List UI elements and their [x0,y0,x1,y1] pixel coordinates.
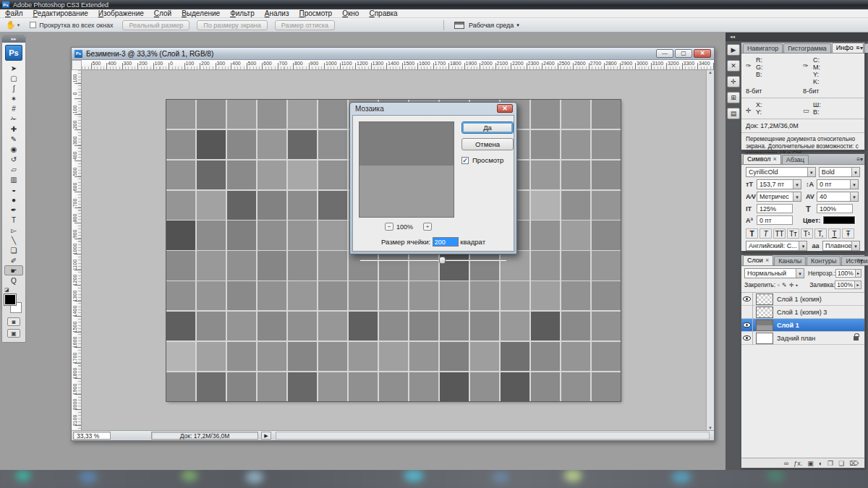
layer-visibility-toggle[interactable] [741,332,753,345]
crop-tool[interactable]: # [4,103,23,114]
delete-layer-icon[interactable]: ⌦ [849,460,859,467]
history-brush-tool[interactable]: ↺ [4,154,23,164]
subscript-button[interactable]: T, [814,228,827,239]
magic-wand-tool[interactable]: ✶ [4,93,23,103]
opacity-field[interactable]: 100% [835,269,856,278]
scroll-all-windows-checkbox[interactable] [30,22,36,28]
layer-visibility-toggle[interactable] [741,306,753,319]
panel-menu-icon[interactable]: ≡▾ [856,45,863,51]
clone-stamp-tool[interactable]: ◉ [4,144,23,154]
tab-close-icon[interactable]: × [765,257,769,264]
toolbox-collapse-handle[interactable]: ▸▸ [2,35,25,43]
clone-source-panel-icon[interactable]: ⊞ [727,92,740,103]
underline-button[interactable]: T [828,228,841,239]
dialog-close-button[interactable]: ✕ [497,104,513,113]
vertical-scale-field[interactable]: 125% [757,204,793,213]
zoom-out-button[interactable]: − [385,223,393,231]
ok-button[interactable]: Да [461,121,514,134]
layer-visibility-toggle[interactable] [741,319,753,332]
dock-collapse-handle[interactable]: ◂◂ [726,33,868,41]
menu-filter[interactable]: Фильтр [225,9,260,18]
info-bitdepth-left[interactable]: 8-бит [746,87,803,95]
ruler-origin-box[interactable] [72,60,82,70]
vertical-scrollbar[interactable]: ▲▼ [706,70,714,430]
lock-position-icon[interactable]: ✛ [789,282,794,288]
line-tool[interactable]: ╲ [4,235,23,245]
fill-arrow[interactable]: ▸ [855,281,861,289]
menu-image[interactable]: Изображение [93,9,149,18]
tab-channels[interactable]: Каналы [774,256,806,265]
menu-file[interactable]: Файл [0,9,28,18]
preview-checkbox[interactable]: ✓ [461,157,469,164]
adjustment-layer-icon[interactable]: ◐ [819,460,822,467]
tab-navigator[interactable]: Навигатор [743,43,783,53]
layer-row[interactable]: Слой 1 [741,319,864,332]
layer-mask-icon[interactable]: ▣ [807,460,814,467]
document-maximize-button[interactable]: ▢ [675,49,692,58]
screen-mode-button[interactable]: ▣ [7,329,20,338]
eraser-tool[interactable]: ▱ [4,164,23,174]
zoom-tool[interactable]: Q [4,275,23,286]
menu-window[interactable]: Окно [337,9,364,18]
pen-tool[interactable]: ✒ [4,205,23,215]
tab-paragraph[interactable]: Абзац [782,155,809,164]
dodge-tool[interactable]: ● [4,194,23,205]
layer-row[interactable]: Слой 1 (копия) [741,293,864,306]
text-color-swatch[interactable] [823,216,855,224]
blend-mode-select[interactable]: Нормальный▾ [744,268,804,278]
cell-size-input[interactable] [433,237,459,247]
tab-styles[interactable]: Стили [864,43,868,53]
new-layer-icon[interactable]: ❏ [838,460,844,467]
font-style-select[interactable]: Bold▾ [819,167,860,177]
layer-visibility-toggle[interactable] [741,293,753,306]
path-selection-tool[interactable]: ▻ [4,225,23,235]
menu-analysis[interactable]: Анализ [260,9,294,18]
lock-all-icon[interactable]: ▪ [796,282,798,288]
layer-comps-panel-icon[interactable]: ▤ [727,108,740,119]
fill-field[interactable]: 100% [835,281,855,289]
gradient-tool[interactable]: ▥ [4,174,23,184]
cancel-button[interactable]: Отмена [461,138,514,150]
layer-style-icon[interactable]: ƒx. [793,460,802,467]
cell-size-slider[interactable] [360,257,506,264]
tab-close-icon[interactable]: × [773,155,776,163]
workspace-menu[interactable]: Рабочая среда ▾ [454,22,519,29]
baseline-shift-field[interactable]: 0 пт [757,215,793,225]
tab-character[interactable]: Символ× [743,154,781,164]
tab-layers[interactable]: Слои× [743,255,773,265]
hand-tool[interactable]: ☛ [4,265,23,275]
menu-view[interactable]: Просмотр [294,9,338,18]
panel-menu-icon[interactable]: ≡▾ [856,156,863,163]
horizontal-scale-field[interactable]: 100% [817,204,853,213]
menu-layer[interactable]: Слой [149,9,176,18]
tab-history[interactable]: История [841,256,868,265]
fit-screen-button[interactable]: По размеру экрана [197,20,268,30]
panel-menu-icon[interactable]: ≡▾ [856,257,863,264]
print-size-button[interactable]: Размер оттиска [275,20,335,30]
small-caps-button[interactable]: Tт [787,228,799,239]
faux-bold-button[interactable]: T [746,228,758,239]
antialias-select[interactable]: Плавное▾ [822,241,860,251]
blur-tool[interactable]: ◒ [4,184,23,194]
tab-histogram[interactable]: Гистограмма [783,43,831,53]
document-close-button[interactable]: ✕ [694,49,711,58]
filter-preview[interactable] [359,121,454,218]
font-size-select[interactable]: 153,7 пт▾ [757,179,801,189]
menu-help[interactable]: Справка [364,9,402,18]
tracking-select[interactable]: 40▾ [817,192,859,202]
eyedropper-tool[interactable]: ✐ [4,255,23,265]
strikethrough-button[interactable]: Ŧ [842,228,854,239]
quick-mask-button[interactable]: ◙ [7,317,20,326]
type-tool[interactable]: T [4,215,23,225]
default-colors-icon[interactable]: ◪ [4,287,9,293]
brush-tool[interactable]: ✎ [4,134,23,144]
slider-thumb[interactable] [439,257,446,264]
layer-group-icon[interactable]: ❐ [827,460,833,467]
tab-paths[interactable]: Контуры [807,256,841,265]
status-menu-arrow[interactable]: ▶ [261,432,271,440]
layer-row[interactable]: Слой 1 (копия) 3 [741,306,864,319]
kerning-select[interactable]: Метричес▾ [757,192,801,202]
all-caps-button[interactable]: TT [773,228,786,239]
move-tool[interactable]: ➤ [4,63,23,73]
document-minimize-button[interactable]: — [656,49,673,58]
